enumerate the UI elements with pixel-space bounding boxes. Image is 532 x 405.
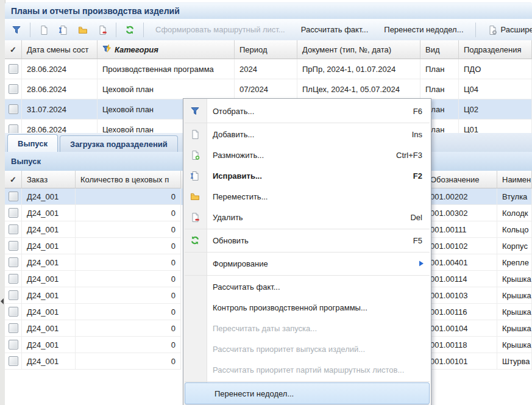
column-header-document[interactable]: Документ (тип, №, дата) <box>297 40 420 59</box>
cell-department[interactable]: Ц04 <box>459 79 532 99</box>
cell-designation[interactable]: 001.00111 <box>425 221 497 238</box>
checkbox[interactable] <box>9 124 18 133</box>
cell-period[interactable]: 2024 <box>235 59 297 79</box>
row-checkbox[interactable] <box>5 99 22 120</box>
context-menu-item[interactable]: Контроль производственной программы... <box>183 297 431 318</box>
cell-order[interactable]: Д24_001 <box>22 271 76 287</box>
checkbox[interactable] <box>9 241 18 251</box>
column-header-order[interactable]: Заказ <box>22 171 76 188</box>
cell-order[interactable]: Д24_001 <box>22 221 76 238</box>
row-checkbox[interactable] <box>5 254 22 271</box>
cell-name[interactable]: Крышка <box>497 304 532 320</box>
cell-designation[interactable]: 001.00103 <box>425 287 497 304</box>
row-checkbox[interactable] <box>5 188 22 205</box>
cell-designation[interactable]: 001.00104 <box>425 320 497 337</box>
column-header-qty[interactable]: Количество в цеховых п <box>76 171 181 188</box>
cell-order[interactable]: Д24_001 <box>22 254 76 271</box>
cell-department[interactable]: ПДО <box>459 59 532 79</box>
cell-quantity[interactable]: 0 <box>76 271 181 287</box>
context-menu-item[interactable]: Переместить... <box>183 186 431 207</box>
cell-quantity[interactable]: 0 <box>76 287 181 304</box>
cell-designation[interactable]: 001.00101 <box>425 353 497 370</box>
calculate-fact-button[interactable]: Рассчитать факт... <box>295 25 375 34</box>
cell-designation[interactable]: 001.00118 <box>425 337 497 353</box>
row-checkbox[interactable] <box>5 238 22 254</box>
column-header-name[interactable]: Наимен <box>497 171 532 188</box>
move-document-button[interactable] <box>75 22 91 38</box>
row-checkbox[interactable] <box>5 271 22 287</box>
context-menu-item[interactable]: Добавить...Ins <box>183 124 431 145</box>
checkbox[interactable] <box>9 224 18 234</box>
cell-quantity[interactable]: 0 <box>76 337 181 353</box>
cell-date[interactable]: 28.06.2024 <box>22 120 98 133</box>
column-header-designation[interactable]: Обозначение <box>425 171 497 188</box>
cell-quantity[interactable]: 0 <box>76 221 181 238</box>
cell-date[interactable]: 28.06.2024 <box>22 59 98 79</box>
context-menu-item[interactable]: Исправить...F2 <box>183 165 431 186</box>
column-header-period[interactable]: Период <box>235 40 297 59</box>
row-checkbox[interactable] <box>5 120 22 133</box>
column-header-check[interactable]: ✓ <box>5 40 22 59</box>
column-header-kind[interactable]: Вид <box>420 40 459 59</box>
column-header-category[interactable]: Категория <box>98 40 235 59</box>
cell-quantity[interactable]: 0 <box>76 205 181 221</box>
plans-table-row[interactable]: 28.06.2024Цеховой план07/2024ПлЦех, 2024… <box>5 79 532 99</box>
checkbox[interactable] <box>9 192 18 201</box>
row-checkbox[interactable] <box>5 287 22 304</box>
checkbox[interactable] <box>9 340 18 349</box>
cell-document[interactable]: ПлЦех, 2024-1, 05.07.2024 <box>297 79 420 99</box>
tab-zagruzka-podrazdelenij[interactable]: Загрузка подразделений <box>60 135 178 152</box>
cell-quantity[interactable]: 0 <box>76 238 181 254</box>
context-menu-item[interactable]: ОбновитьF5 <box>183 230 431 251</box>
tab-vypusk[interactable]: Выпуск <box>7 134 58 152</box>
cell-order[interactable]: Д24_001 <box>22 188 76 205</box>
checkbox[interactable] <box>9 84 18 94</box>
cell-quantity[interactable]: 0 <box>76 254 181 271</box>
checkbox[interactable] <box>9 290 18 300</box>
column-header-departments[interactable]: Подразделения <box>459 40 532 59</box>
cell-designation[interactable]: 001.00114 <box>425 271 497 287</box>
cell-designation[interactable]: 001.00102 <box>425 238 497 254</box>
row-checkbox[interactable] <box>5 320 22 337</box>
column-header-check[interactable]: ✓ <box>5 171 22 188</box>
cell-name[interactable]: Кольцо <box>497 221 532 238</box>
extended-button[interactable]: Расширен <box>481 25 532 35</box>
row-checkbox[interactable] <box>5 79 22 99</box>
plans-table-row[interactable]: 28.06.2024Производственная программа2024… <box>5 59 532 79</box>
cell-name[interactable]: Колодк <box>497 205 532 221</box>
context-menu-item[interactable]: Отобрать...F6 <box>183 101 431 121</box>
cell-name[interactable]: Штурва <box>497 353 532 370</box>
cell-date[interactable]: 31.07.2024 <box>22 99 98 120</box>
checkbox[interactable] <box>9 208 18 218</box>
checkbox[interactable] <box>9 356 18 366</box>
cell-category[interactable]: Цеховой план <box>98 79 235 99</box>
cell-quantity[interactable]: 0 <box>76 304 181 320</box>
cell-order[interactable]: Д24_001 <box>22 238 76 254</box>
row-checkbox[interactable] <box>5 304 22 320</box>
edit-document-button[interactable] <box>55 22 71 38</box>
cell-department[interactable]: Ц01 <box>459 120 532 133</box>
cell-name[interactable]: Втулка <box>497 188 532 205</box>
collapse-panel-arrow-icon[interactable] <box>1 298 4 304</box>
row-checkbox[interactable] <box>5 59 22 79</box>
carry-over-backlog-button[interactable]: Перенести недодел... <box>378 25 469 34</box>
cell-name[interactable]: Крепле <box>497 254 532 271</box>
cell-order[interactable]: Д24_001 <box>22 320 76 337</box>
delete-document-button[interactable] <box>94 22 110 38</box>
cell-order[interactable]: Д24_001 <box>22 337 76 353</box>
cell-designation[interactable]: 001.00116 <box>425 304 497 320</box>
cell-order[interactable]: Д24_001 <box>22 304 76 320</box>
checkbox[interactable] <box>9 64 18 74</box>
cell-order[interactable]: Д24_001 <box>22 205 76 221</box>
context-menu-item[interactable]: Перенести недодел... <box>185 382 430 404</box>
cell-document[interactable]: ПрПр, 2024-1, 01.07.2024 <box>297 59 420 79</box>
cell-order[interactable]: Д24_001 <box>22 287 76 304</box>
row-checkbox[interactable] <box>5 221 22 238</box>
context-menu-item[interactable]: Размножить...Ctrl+F3 <box>183 145 431 165</box>
cell-name[interactable]: Крышка <box>497 287 532 304</box>
cell-date[interactable]: 28.06.2024 <box>22 79 98 99</box>
cell-quantity[interactable]: 0 <box>76 188 181 205</box>
cell-designation[interactable]: 001.00401 <box>425 254 497 271</box>
add-document-button[interactable] <box>36 22 52 38</box>
cell-designation[interactable]: 001.00302 <box>425 205 497 221</box>
